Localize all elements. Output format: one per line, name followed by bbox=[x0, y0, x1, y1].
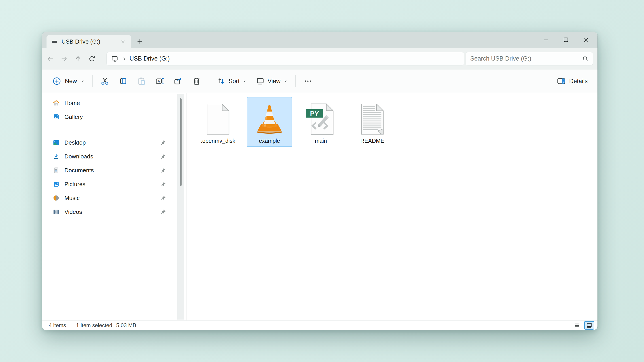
tab-close-button[interactable] bbox=[118, 37, 128, 46]
view-layout-icon bbox=[256, 77, 265, 86]
search-icon bbox=[582, 55, 589, 62]
cut-button[interactable] bbox=[96, 73, 114, 89]
list-view-icon bbox=[574, 322, 580, 329]
paste-button[interactable] bbox=[132, 73, 151, 89]
blank-document-icon bbox=[204, 102, 232, 136]
maximize-button[interactable] bbox=[556, 32, 576, 48]
more-options-button[interactable] bbox=[299, 73, 317, 89]
file-tile-openmv-disk[interactable]: .openmv_disk bbox=[196, 97, 240, 147]
music-icon: ♪ bbox=[53, 195, 60, 201]
tiles-view-button[interactable] bbox=[584, 321, 594, 330]
svg-text:PY: PY bbox=[310, 110, 319, 117]
maximize-icon bbox=[563, 37, 569, 43]
breadcrumb-location[interactable]: USB Drive (G:) bbox=[130, 55, 170, 62]
minimize-button[interactable] bbox=[536, 32, 556, 48]
sidebar-item-documents[interactable]: Documents bbox=[48, 163, 170, 177]
tab-bar: USB Drive (G:) bbox=[42, 32, 598, 48]
sidebar-item-downloads[interactable]: Downloads bbox=[48, 149, 170, 163]
sidebar-item-label: Videos bbox=[64, 209, 82, 215]
rename-button[interactable]: A bbox=[151, 73, 169, 89]
minimize-icon bbox=[543, 37, 549, 43]
sidebar-item-label: Downloads bbox=[64, 153, 93, 160]
file-explorer-window: USB Drive (G:) bbox=[42, 32, 598, 330]
sidebar-item-label: Gallery bbox=[64, 113, 83, 120]
selection-count: 1 item selected bbox=[76, 322, 112, 329]
sidebar-item-gallery[interactable]: Gallery bbox=[48, 110, 170, 124]
file-grid: .openmv_disk bbox=[186, 93, 598, 321]
sidebar-divider bbox=[47, 130, 176, 130]
tab-usb-drive[interactable]: USB Drive (G:) bbox=[46, 35, 131, 48]
details-pane-button[interactable]: Details bbox=[553, 73, 592, 89]
share-icon bbox=[174, 76, 183, 86]
copy-button[interactable] bbox=[114, 73, 132, 89]
pin-icon bbox=[160, 167, 166, 173]
back-arrow-icon bbox=[46, 55, 54, 62]
chevron-down-icon bbox=[80, 79, 85, 83]
tiles-view-icon bbox=[586, 322, 592, 329]
drive-icon bbox=[52, 39, 58, 45]
refresh-icon bbox=[88, 55, 96, 62]
cut-scissors-icon bbox=[100, 76, 110, 86]
tab-title: USB Drive (G:) bbox=[62, 38, 100, 45]
sidebar: Home Gallery Desktop bbox=[42, 93, 186, 321]
new-button-label: New bbox=[65, 78, 77, 85]
file-label: example bbox=[259, 138, 280, 144]
sidebar-item-videos[interactable]: Videos bbox=[48, 205, 170, 219]
sidebar-item-pictures[interactable]: Pictures bbox=[48, 177, 170, 191]
navigation-bar: USB Drive (G:) bbox=[42, 48, 598, 69]
close-window-button[interactable] bbox=[576, 32, 596, 48]
file-tile-readme[interactable]: README bbox=[350, 97, 395, 147]
selection-size: 5.03 MB bbox=[116, 322, 136, 329]
gallery-icon bbox=[53, 113, 60, 120]
delete-button[interactable] bbox=[188, 73, 206, 89]
back-button[interactable] bbox=[44, 52, 57, 66]
forward-button[interactable] bbox=[57, 52, 71, 66]
paste-clipboard-icon bbox=[137, 76, 146, 86]
items-count: 4 items bbox=[49, 322, 66, 329]
pin-icon bbox=[160, 153, 166, 159]
svg-text:A: A bbox=[158, 79, 160, 83]
view-button[interactable]: View bbox=[251, 73, 292, 89]
sidebar-item-label: Music bbox=[64, 195, 80, 202]
python-file-icon: PY bbox=[306, 102, 336, 136]
share-button[interactable] bbox=[169, 73, 188, 89]
command-toolbar: New bbox=[42, 69, 598, 93]
list-view-button[interactable] bbox=[572, 321, 582, 330]
toolbar-divider bbox=[209, 75, 209, 87]
vlc-cone-icon bbox=[253, 102, 286, 136]
view-toggles bbox=[572, 321, 594, 330]
file-tile-main[interactable]: PY main bbox=[298, 97, 344, 147]
this-pc-monitor-icon bbox=[111, 55, 118, 62]
sidebar-item-music[interactable]: ♪ Music bbox=[48, 191, 170, 205]
copy-icon bbox=[118, 76, 128, 86]
sort-button[interactable]: Sort bbox=[212, 73, 251, 89]
rename-icon: A bbox=[155, 76, 164, 86]
sidebar-item-home[interactable]: Home bbox=[48, 96, 170, 110]
scrollbar-thumb[interactable] bbox=[180, 98, 182, 186]
new-tab-button[interactable] bbox=[133, 35, 146, 48]
file-tile-example[interactable]: example bbox=[247, 97, 292, 147]
new-button[interactable]: New bbox=[48, 73, 89, 89]
pictures-icon bbox=[53, 181, 60, 187]
desktop-icon bbox=[53, 139, 60, 146]
documents-icon bbox=[53, 167, 60, 174]
svg-text:♪: ♪ bbox=[55, 196, 57, 200]
search-input[interactable] bbox=[470, 55, 582, 62]
sidebar-item-label: Home bbox=[64, 100, 80, 107]
up-button[interactable] bbox=[71, 52, 85, 66]
toolbar-divider bbox=[92, 75, 92, 87]
pin-icon bbox=[160, 140, 166, 145]
text-document-icon bbox=[359, 102, 386, 136]
sort-button-label: Sort bbox=[228, 78, 240, 85]
address-bar[interactable]: USB Drive (G:) bbox=[106, 52, 464, 65]
refresh-button[interactable] bbox=[85, 52, 99, 66]
view-button-label: View bbox=[268, 78, 281, 85]
file-label: main bbox=[315, 138, 327, 144]
sidebar-scrollbar[interactable] bbox=[177, 94, 184, 320]
details-pane-icon bbox=[557, 77, 566, 86]
status-bar: 4 items 1 item selected 5.03 MB bbox=[42, 321, 598, 330]
details-button-label: Details bbox=[569, 78, 588, 85]
sidebar-item-desktop[interactable]: Desktop bbox=[48, 136, 170, 149]
pin-icon bbox=[160, 181, 166, 187]
chevron-down-icon bbox=[284, 79, 288, 83]
